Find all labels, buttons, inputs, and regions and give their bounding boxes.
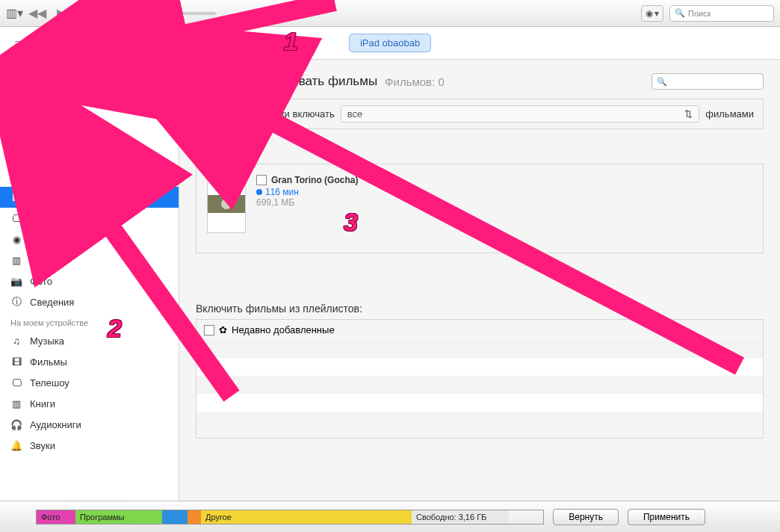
movie-duration: 116 мин xyxy=(265,187,299,197)
device-header: iPad obaobab ⏏ 16 ГБ 100 % xyxy=(0,60,179,106)
sidebar-item-apps[interactable]: ⊞Программы xyxy=(0,145,179,166)
sidebar-item-podcast[interactable]: ◉Подкасты xyxy=(0,229,179,250)
unwatched-dot-icon xyxy=(256,189,262,195)
apps-icon: ⊞ xyxy=(10,149,22,161)
sidebar-item-label: Фильмы xyxy=(30,192,67,203)
movie-size: 699,1 МБ xyxy=(256,197,358,208)
account-button[interactable]: ◉▾ xyxy=(641,5,663,22)
auto-include-select[interactable]: все ⇅ xyxy=(341,105,700,123)
sidebar-toggle-icon[interactable]: ▥▾ xyxy=(6,6,23,20)
sync-movies-label: Синхронизировать фильмы xyxy=(214,74,377,89)
settings-section-label: Настройки xyxy=(0,106,179,124)
movies-icon: 🎞 xyxy=(10,356,22,368)
usage-segment: Фото xyxy=(37,510,75,524)
movies-tab-icon[interactable]: ▭ xyxy=(31,34,49,52)
apply-button[interactable]: Применить xyxy=(628,509,705,525)
sidebar-item-movies[interactable]: 🎞Фильмы xyxy=(0,351,179,372)
usage-segment xyxy=(162,510,188,524)
divider xyxy=(106,34,107,52)
sidebar-item-movies[interactable]: 🎞Фильмы xyxy=(0,187,179,208)
playlist-item[interactable]: ✿ Недавно добавленные xyxy=(196,320,763,340)
audiobook-icon: 🎧 xyxy=(10,418,22,430)
top-toolbar: ▥▾ ◀◀ ▶ ▶▶ ◉▾ 🔍 Поиск xyxy=(0,0,780,27)
movie-title: Gran Torino (Gocha) xyxy=(271,175,358,185)
sidebar-item-label: Сведения xyxy=(30,297,74,308)
media-toolbar: ♫ ▭ 🖵 ••• ▯ iPad obaobab xyxy=(0,27,780,60)
sidebar-item-label: Аудиокниги xyxy=(30,419,81,430)
eject-icon[interactable]: ⏏ xyxy=(161,69,170,80)
search-icon: 🔍 xyxy=(657,77,667,87)
revert-button[interactable]: Вернуть xyxy=(553,509,619,525)
sidebar-item-overview[interactable]: ▭Обзор xyxy=(0,124,179,145)
more-icon[interactable]: ••• xyxy=(79,34,97,52)
usage-segment: Программы xyxy=(75,510,162,524)
movie-thumbnail[interactable] xyxy=(207,175,246,233)
music-icon: ♫ xyxy=(10,170,22,182)
auto-include-row: Автоматически включать все ⇅ фильмами xyxy=(196,99,764,129)
music-icon: ♫ xyxy=(10,335,22,347)
sidebar-item-info[interactable]: ⓘСведения xyxy=(0,291,179,312)
sidebar-item-sounds[interactable]: 🔔Звуки xyxy=(0,435,179,456)
usage-segment xyxy=(188,510,201,524)
user-icon: ◉ xyxy=(646,8,653,19)
chevron-down-icon: ▾ xyxy=(654,8,659,19)
movies-search-input[interactable]: 🔍 xyxy=(651,73,764,90)
sidebar-item-label: Фото xyxy=(30,276,52,287)
next-track-icon[interactable]: ▶▶ xyxy=(75,7,95,20)
tv-icon: 🖵 xyxy=(10,212,22,224)
sidebar-item-music[interactable]: ♫Музыка xyxy=(0,330,179,351)
sync-movies-checkbox[interactable] xyxy=(196,76,206,87)
prev-track-icon[interactable]: ◀◀ xyxy=(28,7,47,20)
search-icon: 🔍 xyxy=(675,8,685,18)
volume-slider[interactable] xyxy=(104,12,216,15)
auto-include-checkbox[interactable] xyxy=(205,109,216,120)
auto-include-suffix: фильмами xyxy=(705,108,754,120)
music-tab-icon[interactable]: ♫ xyxy=(7,34,25,52)
sidebar-item-books[interactable]: ▥Книги xyxy=(0,250,179,270)
volume-thumb[interactable] xyxy=(165,9,174,18)
annotation-1: 1 xyxy=(284,27,298,56)
storage-usage-bar: ФотоПрограммыДругоеСвободно: 3,16 ГБ xyxy=(36,510,544,525)
sidebar-item-books[interactable]: ▥Книги xyxy=(0,393,179,414)
sidebar-item-photo[interactable]: 📷Фото xyxy=(0,270,179,291)
gear-icon: ✿ xyxy=(219,324,227,335)
playlist-checkbox[interactable] xyxy=(204,325,214,335)
annotation-2: 2 xyxy=(108,314,122,343)
device-thumbnail xyxy=(9,67,40,99)
sidebar-item-audiobook[interactable]: 🎧Аудиокниги xyxy=(0,414,179,435)
usage-segment: Другое xyxy=(201,510,412,524)
auto-include-label: Автоматически включать xyxy=(222,108,335,120)
sidebar-item-label: Обзор xyxy=(30,129,58,140)
search-input[interactable]: 🔍 Поиск xyxy=(669,5,774,22)
usage-segment: Свободно: 3,16 ГБ xyxy=(412,510,509,524)
sidebar-item-label: Телешоу xyxy=(30,213,69,224)
device-pill[interactable]: iPad obaobab xyxy=(349,34,431,52)
device-name: iPad obaobab xyxy=(48,67,108,78)
sidebar-item-music[interactable]: ♫Музыка xyxy=(0,166,179,187)
sidebar-item-label: Звуки xyxy=(30,440,55,451)
sounds-icon: 🔔 xyxy=(10,439,22,451)
annotation-3: 3 xyxy=(344,208,358,237)
sidebar-item-label: Музыка xyxy=(30,335,64,347)
play-icon[interactable]: ▶ xyxy=(52,7,71,20)
movies-section-title: Фильмы xyxy=(196,147,764,159)
overview-icon: ▭ xyxy=(10,129,22,140)
sidebar-item-label: Программы xyxy=(30,150,82,161)
movies-list: Gran Torino (Gocha) 116 мин 699,1 МБ xyxy=(196,164,764,253)
playlists-list: ✿ Недавно добавленные xyxy=(196,319,764,439)
sidebar-item-label: Музыка xyxy=(30,171,64,182)
device-button[interactable]: ▯ xyxy=(116,33,141,54)
select-value: все xyxy=(347,108,363,120)
tv-icon: 🖵 xyxy=(10,377,22,389)
sidebar-item-tv[interactable]: 🖵Телешоу xyxy=(0,208,179,229)
movie-checkbox[interactable] xyxy=(256,175,267,185)
sidebar-item-tv[interactable]: 🖵Телешоу xyxy=(0,372,179,393)
sidebar: iPad obaobab ⏏ 16 ГБ 100 % Настройки ▭Об… xyxy=(0,60,179,501)
ipad-icon: ▯ xyxy=(126,36,132,50)
sidebar-item-label: Фильмы xyxy=(30,356,67,368)
books-icon: ▥ xyxy=(10,254,22,266)
playlists-section-title: Включить фильмы из плейлистов: xyxy=(196,303,764,315)
tv-tab-icon[interactable]: 🖵 xyxy=(55,34,73,52)
on-device-section-label: На моем устройстве xyxy=(0,312,179,330)
sidebar-item-label: Книги xyxy=(30,255,55,266)
